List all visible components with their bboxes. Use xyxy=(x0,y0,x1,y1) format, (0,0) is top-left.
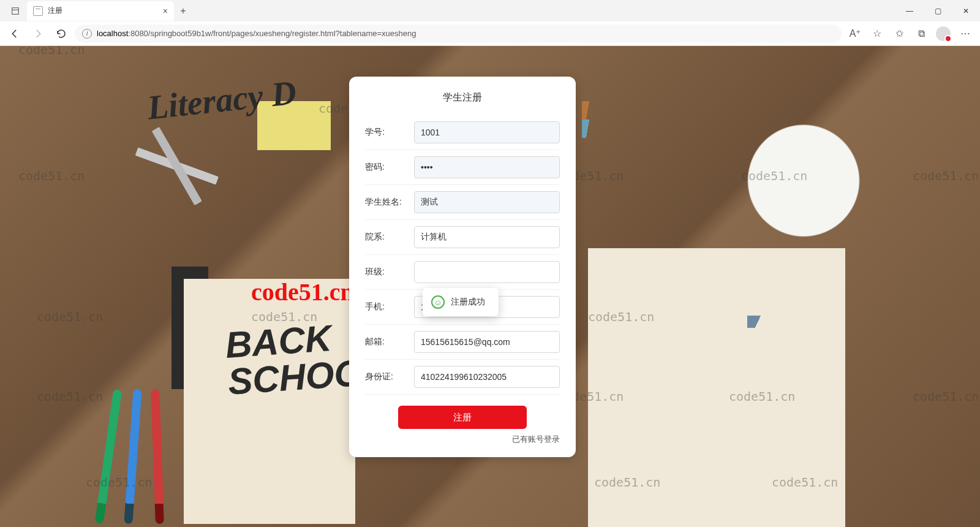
crayon-graphic xyxy=(151,389,164,524)
window-minimize-button[interactable]: — xyxy=(895,0,924,21)
input-class[interactable] xyxy=(414,261,560,283)
label-email: 邮箱: xyxy=(365,336,414,347)
watermark: code51.cn xyxy=(86,475,152,490)
favorites-button[interactable]: ☆ xyxy=(867,24,887,44)
watermark: code51.cn xyxy=(729,389,795,404)
toast-success: ☺ 注册成功 xyxy=(423,288,499,316)
window-close-button[interactable]: ✕ xyxy=(952,0,980,21)
tab-title: 注册 xyxy=(48,6,62,16)
add-favorite-button[interactable]: ✩ xyxy=(889,24,909,44)
page-viewport: Literacy D BACK SCHOOL code51.cn code51.… xyxy=(0,46,980,527)
register-panel: 学生注册 学号: 密码: 学生姓名: 院系: 班级: 手机: 邮箱: xyxy=(349,77,576,457)
watermark: code51.cn xyxy=(37,389,103,404)
label-name: 学生姓名: xyxy=(365,197,414,208)
field-row-email: 邮箱: xyxy=(365,325,560,360)
menu-button[interactable]: ⋯ xyxy=(956,24,975,44)
smile-icon: ☺ xyxy=(431,295,445,309)
login-link[interactable]: 已有账号登录 xyxy=(365,434,560,445)
new-tab-button[interactable]: + xyxy=(174,2,192,20)
label-dept: 院系: xyxy=(365,232,414,243)
field-row-dept: 院系: xyxy=(365,220,560,255)
watermark: code51.cn xyxy=(772,475,838,490)
submit-button[interactable]: 注册 xyxy=(398,406,527,429)
input-email[interactable] xyxy=(414,331,560,353)
label-phone: 手机: xyxy=(365,301,414,313)
address-bar[interactable]: i localhost:8080/springboot59b1w/front/p… xyxy=(75,25,842,43)
nav-refresh-button[interactable] xyxy=(51,24,71,44)
watermark: code51.cn xyxy=(18,46,85,57)
crayon-graphic xyxy=(124,389,141,524)
nav-forward-button[interactable] xyxy=(28,24,48,44)
site-info-icon[interactable]: i xyxy=(82,29,92,39)
browser-tab[interactable]: 注册 × xyxy=(27,1,174,21)
watermark: code51.cn xyxy=(37,309,103,324)
input-student-no[interactable] xyxy=(414,121,560,143)
scissors-graphic xyxy=(135,143,270,292)
field-row-idcard: 身份证: xyxy=(365,360,560,395)
toast-text: 注册成功 xyxy=(451,297,485,308)
chalk-text-literacy: Literacy D xyxy=(146,75,298,124)
svg-rect-0 xyxy=(12,7,19,14)
watermark: code51.cn xyxy=(913,169,979,183)
tab-list-button[interactable] xyxy=(4,0,27,21)
label-student-no: 学号: xyxy=(365,127,414,138)
page-favicon xyxy=(33,6,43,16)
panel-title: 学生注册 xyxy=(365,91,560,104)
label-class: 班级: xyxy=(365,267,414,278)
watermark: code51.cn xyxy=(18,169,85,183)
label-idcard: 身份证: xyxy=(365,371,414,382)
read-aloud-button[interactable]: A⁺ xyxy=(845,24,865,44)
tab-close-button[interactable]: × xyxy=(163,6,168,16)
input-password[interactable] xyxy=(414,156,560,178)
nav-back-button[interactable] xyxy=(5,24,24,44)
field-row-class: 班级: xyxy=(365,255,560,290)
profile-button[interactable] xyxy=(933,24,953,44)
window-maximize-button[interactable]: ▢ xyxy=(924,0,952,21)
watermark: code51.cn xyxy=(741,169,807,183)
collections-button[interactable]: ⧉ xyxy=(911,24,931,44)
watermark: code51.cn xyxy=(913,389,979,404)
tab-list-icon xyxy=(11,7,20,15)
profile-avatar-icon xyxy=(936,26,951,41)
crayon-graphic xyxy=(95,389,122,524)
field-row-password: 密码: xyxy=(365,150,560,185)
label-password: 密码: xyxy=(365,162,414,173)
input-name[interactable] xyxy=(414,191,560,213)
watermark: code51.cn xyxy=(594,475,660,490)
field-row-name: 学生姓名: xyxy=(365,185,560,220)
field-row-student-no: 学号: xyxy=(365,115,560,150)
browser-tab-strip: 注册 × + — ▢ ✕ xyxy=(0,0,980,21)
input-dept[interactable] xyxy=(414,226,560,248)
url-text: localhost:8080/springboot59b1w/front/pag… xyxy=(97,29,416,38)
browser-toolbar: i localhost:8080/springboot59b1w/front/p… xyxy=(0,21,980,46)
input-idcard[interactable] xyxy=(414,366,560,388)
watermark: code51.cn xyxy=(588,309,654,324)
